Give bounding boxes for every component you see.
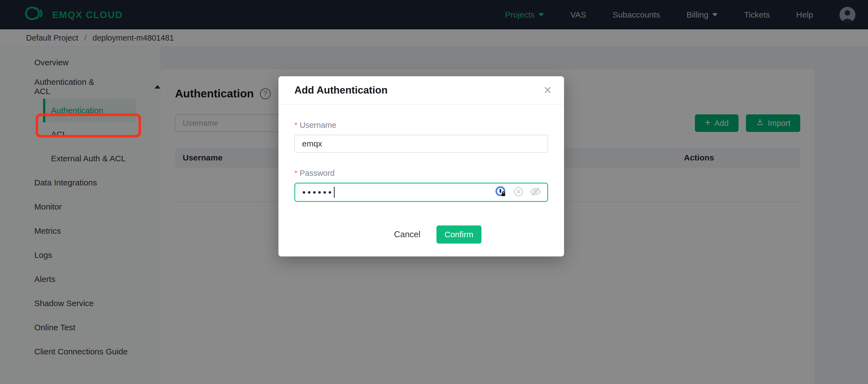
confirm-button[interactable]: Confirm — [436, 225, 482, 244]
password-field-label: Password — [300, 169, 334, 178]
required-asterisk: * — [294, 169, 298, 178]
emqx-cloud-page: EMQX CLOUD Projects VAS Subaccounts Bill… — [0, 0, 868, 384]
toggle-visibility-icon[interactable] — [530, 186, 541, 199]
username-field-label: Username — [300, 121, 336, 130]
clear-icon[interactable] — [513, 187, 524, 198]
required-asterisk: * — [294, 121, 298, 130]
modal-title: Add Authentication — [294, 85, 388, 96]
close-icon[interactable]: ✕ — [543, 85, 552, 95]
username-field[interactable] — [294, 135, 548, 153]
add-authentication-modal: Add Authentication ✕ * Username * Passwo… — [278, 76, 564, 256]
text-cursor — [334, 187, 335, 198]
password-field[interactable]: •••••• — [294, 183, 548, 202]
cancel-button[interactable]: Cancel — [394, 230, 421, 239]
masked-password-value: •••••• — [302, 188, 333, 197]
password-manager-icon[interactable] — [495, 185, 507, 199]
